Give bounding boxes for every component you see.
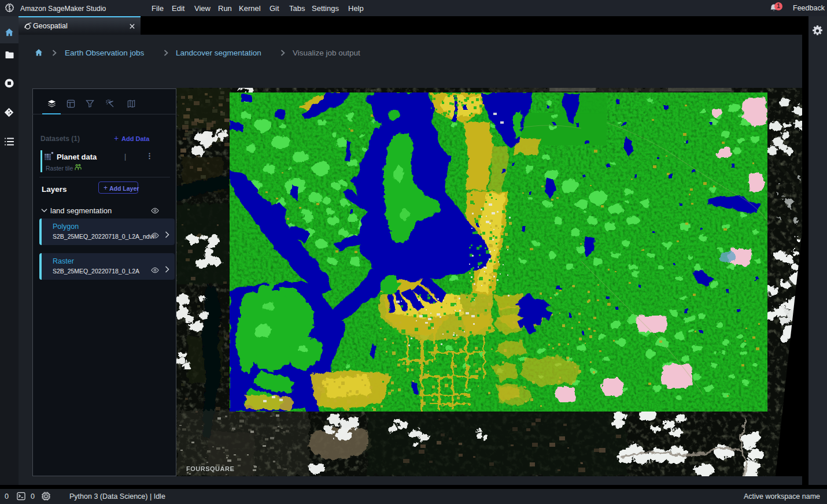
svg-text:FOURSQUARE: FOURSQUARE	[186, 465, 234, 472]
